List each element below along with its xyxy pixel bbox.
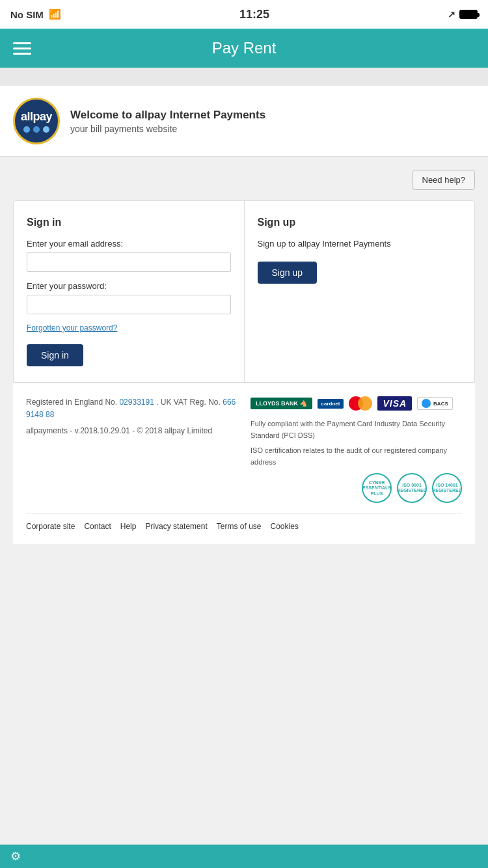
nav-title: Pay Rent xyxy=(212,39,277,57)
footer-compliance: Fully compliant with the Payment Card In… xyxy=(251,418,462,468)
footer-reg-label: Registered in England No. xyxy=(26,398,117,407)
wifi-icon: 📶 xyxy=(49,8,61,20)
allpay-header-subtitle: your bill payments website xyxy=(70,124,265,134)
cert-badges: CYBERESSENTIALSPLUS ISO 9001REGISTERED I… xyxy=(251,473,462,503)
settings-gear-icon[interactable]: ⚙ xyxy=(10,849,21,863)
footer-link-terms[interactable]: Terms of use xyxy=(217,522,262,531)
logo-dot-3 xyxy=(43,126,49,133)
hamburger-menu-icon[interactable] xyxy=(13,42,31,55)
status-time: 11:25 xyxy=(239,8,269,21)
password-input[interactable] xyxy=(27,295,231,314)
allpay-header-text: Welcome to allpay Internet Payments your… xyxy=(70,109,265,134)
payment-logos: LLOYDS BANK 🐴 cardnet VISA BACS xyxy=(251,396,462,411)
logo-dot-1 xyxy=(23,126,30,133)
footer-link-help[interactable]: Help xyxy=(120,522,137,531)
footer-right: LLOYDS BANK 🐴 cardnet VISA BACS Fully co… xyxy=(251,396,462,503)
cert-badge-iso14001: ISO 14001REGISTERED xyxy=(432,473,462,503)
footer-registration: Registered in England No. 02933191 . UK … xyxy=(26,396,237,421)
nav-bar: Pay Rent xyxy=(0,29,488,68)
battery-icon xyxy=(459,10,478,19)
status-right: ↗ xyxy=(448,9,478,20)
auth-card: Sign in Enter your email address: Enter … xyxy=(13,200,475,383)
location-icon: ↗ xyxy=(448,9,455,20)
footer-link-contact[interactable]: Contact xyxy=(84,522,111,531)
allpay-header: allpay Welcome to allpay Internet Paymen… xyxy=(0,86,488,157)
footer-link-cookies[interactable]: Cookies xyxy=(271,522,299,531)
sign-up-title: Sign up xyxy=(258,217,462,228)
footer-left: Registered in England No. 02933191 . UK … xyxy=(26,396,237,438)
email-label: Enter your email address: xyxy=(27,239,231,249)
status-left: No SIM 📶 xyxy=(10,8,61,20)
cert-badge-cyber: CYBERESSENTIALSPLUS xyxy=(362,473,392,503)
sign-up-description: Sign up to allpay Internet Payments xyxy=(258,239,462,249)
main-content: Need help? Sign in Enter your email addr… xyxy=(0,157,488,557)
footer-link-corporate[interactable]: Corporate site xyxy=(26,522,75,531)
mastercard-logo xyxy=(349,396,372,411)
lloyds-bank-logo: LLOYDS BANK 🐴 xyxy=(251,398,312,409)
compliance-iso: ISO certification relates to the audit o… xyxy=(251,445,462,468)
compliance-pci: Fully compliant with the Payment Card In… xyxy=(251,418,462,441)
top-stripe xyxy=(0,68,488,86)
sign-in-panel: Sign in Enter your email address: Enter … xyxy=(14,201,245,382)
footer-reg-number[interactable]: 02933191 xyxy=(119,398,154,407)
cardnet-logo: cardnet xyxy=(318,399,344,409)
bottom-bar: ⚙ xyxy=(0,845,488,868)
footer-top: Registered in England No. 02933191 . UK … xyxy=(26,396,462,503)
bacs-text: BACS xyxy=(433,401,448,407)
footer: Registered in England No. 02933191 . UK … xyxy=(13,383,475,544)
logo-dot-2 xyxy=(33,126,40,133)
mastercard-circle-right xyxy=(358,396,372,411)
footer-vat-label: . UK VAT Reg. No. xyxy=(156,398,221,407)
allpay-header-title: Welcome to allpay Internet Payments xyxy=(70,109,265,122)
footer-link-privacy[interactable]: Privacy statement xyxy=(145,522,207,531)
sign-up-button[interactable]: Sign up xyxy=(258,262,317,284)
sign-up-panel: Sign up Sign up to allpay Internet Payme… xyxy=(245,201,475,382)
status-bar: No SIM 📶 11:25 ↗ xyxy=(0,0,488,29)
footer-copyright: allpayments - v.2018.10.29.01 - © 2018 a… xyxy=(26,425,237,437)
visa-logo: VISA xyxy=(377,396,412,411)
cert-badge-iso9001: ISO 9001REGISTERED xyxy=(397,473,427,503)
need-help-button[interactable]: Need help? xyxy=(413,170,476,190)
allpay-logo: allpay xyxy=(13,98,60,144)
bacs-circle xyxy=(422,399,431,408)
password-label: Enter your password: xyxy=(27,281,231,291)
need-help-row: Need help? xyxy=(13,170,475,190)
sign-in-button[interactable]: Sign in xyxy=(27,344,83,366)
bacs-logo: BACS xyxy=(417,397,453,410)
footer-links: Corporate site Contact Help Privacy stat… xyxy=(26,513,462,531)
email-input[interactable] xyxy=(27,252,231,272)
carrier-text: No SIM xyxy=(10,9,44,20)
forgotten-password-link[interactable]: Forgotten your password? xyxy=(27,323,231,332)
allpay-logo-text: allpay xyxy=(21,110,52,124)
sign-in-title: Sign in xyxy=(27,217,231,228)
allpay-logo-dots xyxy=(23,126,49,133)
